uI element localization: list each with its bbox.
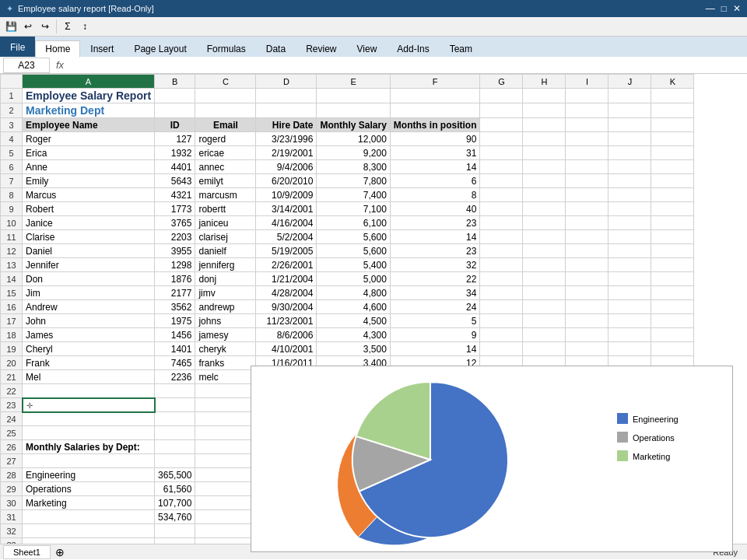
cell-C9[interactable]: robertt bbox=[195, 202, 256, 216]
cell-A1[interactable]: Employee Salary Report bbox=[23, 89, 155, 103]
cell-C17[interactable]: johns bbox=[195, 314, 256, 328]
cell-B7[interactable]: 5643 bbox=[155, 174, 195, 188]
save-icon[interactable]: 💾 bbox=[3, 19, 19, 34]
cell-E8[interactable]: 7,400 bbox=[317, 188, 390, 202]
cell-D3[interactable]: Hire Date bbox=[256, 118, 317, 132]
cell-C13[interactable]: jenniferg bbox=[195, 258, 256, 272]
row-header-26[interactable]: 26 bbox=[1, 440, 23, 454]
cell-G2[interactable] bbox=[480, 103, 523, 118]
cell-A27[interactable] bbox=[23, 454, 155, 468]
cell-G5[interactable] bbox=[480, 146, 523, 160]
cell-B28[interactable]: 365,500 bbox=[155, 468, 195, 482]
cell-I12[interactable] bbox=[566, 244, 608, 258]
cell-K9[interactable] bbox=[651, 202, 694, 216]
cell-G3[interactable] bbox=[480, 118, 523, 132]
cell-reference[interactable]: A23 bbox=[3, 58, 50, 73]
cell-B14[interactable]: 1876 bbox=[155, 272, 195, 286]
cell-C31[interactable] bbox=[195, 510, 256, 524]
window-controls[interactable]: — □ ✕ bbox=[706, 3, 741, 14]
cell-C19[interactable]: cheryk bbox=[195, 342, 256, 356]
col-header-A[interactable]: A bbox=[23, 75, 155, 89]
row-header-23[interactable]: 23 bbox=[1, 398, 23, 412]
cell-E14[interactable]: 5,000 bbox=[317, 272, 390, 286]
cell-J14[interactable] bbox=[608, 272, 651, 286]
cell-F6[interactable]: 14 bbox=[390, 160, 480, 174]
cell-G15[interactable] bbox=[480, 286, 523, 300]
cell-E19[interactable]: 3,500 bbox=[317, 342, 390, 356]
cell-J2[interactable] bbox=[608, 103, 651, 118]
cell-A18[interactable]: James bbox=[23, 328, 155, 342]
cell-I10[interactable] bbox=[566, 216, 608, 230]
cell-C21[interactable]: melc bbox=[195, 370, 256, 384]
cell-B33[interactable] bbox=[155, 538, 195, 544]
cell-B27[interactable] bbox=[155, 454, 195, 468]
col-header-F[interactable]: F bbox=[390, 75, 480, 89]
cell-I15[interactable] bbox=[566, 286, 608, 300]
cell-I2[interactable] bbox=[566, 103, 608, 118]
cell-B10[interactable]: 3765 bbox=[155, 216, 195, 230]
row-header-31[interactable]: 31 bbox=[1, 510, 23, 524]
tab-home[interactable]: Home bbox=[35, 40, 80, 58]
cell-J10[interactable] bbox=[608, 216, 651, 230]
cell-D1[interactable] bbox=[256, 89, 317, 103]
cell-A33[interactable] bbox=[23, 538, 155, 544]
cell-C8[interactable]: marcusm bbox=[195, 188, 256, 202]
col-header-B[interactable]: B bbox=[155, 75, 195, 89]
cell-A28[interactable]: Engineering bbox=[23, 468, 155, 482]
cell-D7[interactable]: 6/20/2010 bbox=[256, 174, 317, 188]
row-header-29[interactable]: 29 bbox=[1, 482, 23, 496]
cell-F16[interactable]: 24 bbox=[390, 300, 480, 314]
cell-A21[interactable]: Mel bbox=[23, 370, 155, 384]
cell-H16[interactable] bbox=[523, 300, 566, 314]
cell-D17[interactable]: 11/23/2001 bbox=[256, 314, 317, 328]
cell-J9[interactable] bbox=[608, 202, 651, 216]
cell-D4[interactable]: 3/23/1996 bbox=[256, 132, 317, 146]
cell-A15[interactable]: Jim bbox=[23, 286, 155, 300]
cell-I4[interactable] bbox=[566, 132, 608, 146]
cell-E12[interactable]: 5,600 bbox=[317, 244, 390, 258]
tab-insert[interactable]: Insert bbox=[80, 40, 124, 57]
cell-F11[interactable]: 14 bbox=[390, 230, 480, 244]
tab-review[interactable]: Review bbox=[296, 40, 346, 57]
cell-F12[interactable]: 23 bbox=[390, 244, 480, 258]
row-header-24[interactable]: 24 bbox=[1, 412, 23, 426]
row-header-28[interactable]: 28 bbox=[1, 468, 23, 482]
cell-A26[interactable]: Monthly Salaries by Dept: bbox=[23, 440, 155, 454]
cell-K13[interactable] bbox=[651, 258, 694, 272]
row-header-17[interactable]: 17 bbox=[1, 314, 23, 328]
cell-D15[interactable]: 4/28/2004 bbox=[256, 286, 317, 300]
cell-J18[interactable] bbox=[608, 328, 651, 342]
col-header-G[interactable]: G bbox=[480, 75, 523, 89]
cell-H9[interactable] bbox=[523, 202, 566, 216]
cell-G13[interactable] bbox=[480, 258, 523, 272]
cell-C6[interactable]: annec bbox=[195, 160, 256, 174]
row-header-32[interactable]: 32 bbox=[1, 524, 23, 538]
cell-F3[interactable]: Months in position bbox=[390, 118, 480, 132]
cell-A32[interactable] bbox=[23, 524, 155, 538]
cell-J1[interactable] bbox=[608, 89, 651, 103]
cell-C12[interactable]: danielf bbox=[195, 244, 256, 258]
row-header-6[interactable]: 6 bbox=[1, 160, 23, 174]
cell-C16[interactable]: andrewp bbox=[195, 300, 256, 314]
cell-E5[interactable]: 9,200 bbox=[317, 146, 390, 160]
cell-J12[interactable] bbox=[608, 244, 651, 258]
cell-I3[interactable] bbox=[566, 118, 608, 132]
cell-I1[interactable] bbox=[566, 89, 608, 103]
cell-K11[interactable] bbox=[651, 230, 694, 244]
chart-container[interactable]: Engineering Operations Marketing bbox=[251, 366, 733, 552]
row-header-19[interactable]: 19 bbox=[1, 342, 23, 356]
cell-C20[interactable]: franks bbox=[195, 356, 256, 370]
cell-A29[interactable]: Operations bbox=[23, 482, 155, 496]
cell-C22[interactable] bbox=[195, 384, 256, 398]
col-header-D[interactable]: D bbox=[256, 75, 317, 89]
cell-C1[interactable] bbox=[195, 89, 256, 103]
cell-A13[interactable]: Jennifer bbox=[23, 258, 155, 272]
cell-F19[interactable]: 14 bbox=[390, 342, 480, 356]
cell-E9[interactable]: 7,100 bbox=[317, 202, 390, 216]
cell-J17[interactable] bbox=[608, 314, 651, 328]
row-header-14[interactable]: 14 bbox=[1, 272, 23, 286]
row-header-20[interactable]: 20 bbox=[1, 356, 23, 370]
cell-D13[interactable]: 2/26/2001 bbox=[256, 258, 317, 272]
cell-B31[interactable]: 534,760 bbox=[155, 510, 195, 524]
cell-F17[interactable]: 5 bbox=[390, 314, 480, 328]
